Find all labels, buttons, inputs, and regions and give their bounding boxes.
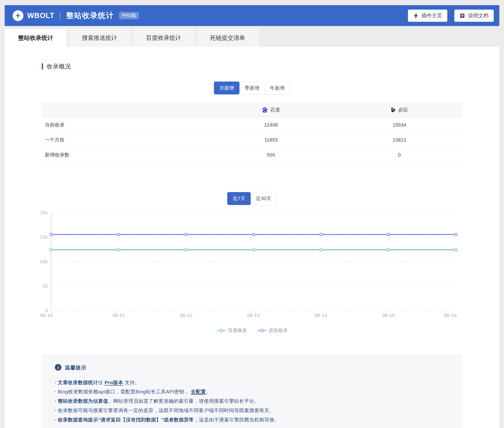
svg-text:du: du: [264, 110, 266, 112]
tips-item-4: ·收录数据查询提示“请求返回【没有找到数据】”或者数据异常，这是由于搜索引擎防爬…: [55, 415, 453, 425]
column-header-0: du 百度: [206, 102, 336, 117]
page: WBOLT 整站收录统计 PRO版 插件主页 说明文档: [5, 0, 499, 428]
svg-text:20k: 20k: [40, 210, 48, 215]
legend-marker-icon: [216, 329, 226, 332]
tips-link[interactable]: Pro版本: [105, 380, 123, 385]
docs-button[interactable]: 说明文档: [454, 10, 494, 22]
tab-bar: 整站收录统计搜索推送统计百度收录统计死链提交清单: [5, 29, 499, 47]
svg-text:06-11: 06-11: [112, 313, 125, 318]
section-header: 收录概况: [5, 47, 499, 70]
table-row: 一个月前1185315812: [41, 132, 463, 147]
period-toggle-row: 月新增季新增年新增: [5, 82, 499, 94]
range-toggle-0[interactable]: 近7天: [227, 192, 251, 205]
tab-1[interactable]: 搜索推送统计: [69, 29, 131, 47]
legend-item-0[interactable]: 百度收录: [216, 327, 247, 334]
summary-table: du 百度 必应 当前收录1240815534一个月前1185315812新增收…: [41, 102, 463, 163]
table-row: 当前收录1240815534: [41, 117, 463, 132]
baidu-icon: du: [262, 107, 268, 113]
page-title: 整站收录统计: [66, 10, 114, 21]
svg-text:5k: 5k: [43, 283, 48, 288]
column-header-1: 必应: [336, 102, 463, 117]
svg-text:i: i: [58, 365, 59, 370]
range-toggle-group: 近7天近30天: [227, 192, 276, 205]
tips-list: ·文章收录数据统计仅 Pro版本 支持。·Bing收录数据依赖api接口，需配置…: [55, 378, 453, 425]
plugin-home-button[interactable]: 插件主页: [408, 10, 447, 22]
tab-2[interactable]: 百度收录统计: [133, 29, 194, 47]
section-accent-bar: [42, 63, 43, 70]
legend-item-1[interactable]: 必应收录: [257, 327, 288, 334]
plug-icon: [413, 13, 419, 18]
svg-text:06-12: 06-12: [180, 313, 192, 318]
legend-marker-icon: [257, 329, 267, 332]
svg-text:06-15: 06-15: [382, 313, 395, 318]
chart-legend: 百度收录 必应收录: [5, 327, 499, 334]
main-content: 收录概况 月新增季新增年新增 du 百度 必应 当前收录1240815534一个…: [5, 47, 499, 428]
tips-item-3: ·收录数据可能与搜索引擎查询有一定的差异，这跟不同地域不同客户端不同时间等因素搜…: [55, 406, 453, 415]
svg-text:06-14: 06-14: [315, 313, 327, 318]
table-header-row: du 百度 必应: [41, 102, 463, 117]
bing-icon: [391, 107, 396, 113]
period-toggle-0[interactable]: 月新增: [214, 82, 240, 94]
tips-item-0: ·文章收录数据统计仅 Pro版本 支持。: [55, 378, 453, 387]
tab-0[interactable]: 整站收录统计: [5, 29, 66, 47]
period-toggle-1[interactable]: 季新增: [240, 82, 265, 94]
tips-item-2: ·整站收录数据为估算值。网站管理员如需了解更准确的索引量，请使用搜索引擎站长平台…: [55, 396, 453, 406]
period-toggle-2[interactable]: 年新增: [265, 82, 290, 94]
wbolt-logo-icon: [13, 10, 24, 21]
section-title: 收录概况: [47, 63, 71, 70]
header-divider: [60, 12, 60, 20]
period-toggle-group: 月新增季新增年新增: [214, 82, 290, 94]
svg-text:06-13: 06-13: [247, 313, 260, 318]
docs-label: 说明文档: [468, 12, 488, 19]
range-toggle-1[interactable]: 近30天: [251, 192, 276, 205]
tips-item-1: ·Bing收录数据依赖api接口，需配置Bing站长工具API密钥， 去配置。: [55, 387, 453, 396]
brand-name: WBOLT: [27, 11, 54, 20]
tips-panel: i 温馨提示 ·文章收录数据统计仅 Pro版本 支持。·Bing收录数据依赖ap…: [41, 355, 463, 428]
svg-text:15k: 15k: [40, 234, 48, 240]
document-icon: [460, 13, 465, 18]
range-toggle-row: 近7天近30天: [5, 192, 499, 205]
tab-3[interactable]: 死链提交清单: [197, 29, 258, 47]
app-header: WBOLT 整站收录统计 PRO版 插件主页 说明文档: [5, 5, 499, 26]
svg-text:06-10: 06-10: [40, 313, 53, 318]
svg-text:0: 0: [45, 308, 48, 313]
tips-title: 温馨提示: [65, 364, 86, 371]
index-trend-chart[interactable]: 05k10k15k20k06-1006-1106-1206-1306-1406-…: [5, 210, 499, 320]
svg-text:06-16: 06-16: [444, 313, 457, 318]
pro-badge: PRO版: [119, 12, 139, 19]
svg-text:10k: 10k: [40, 259, 48, 264]
table-row: 新增收录数5550: [41, 147, 463, 162]
plugin-home-label: 插件主页: [421, 12, 442, 19]
info-icon: i: [55, 364, 62, 372]
tips-link[interactable]: 去配置: [191, 389, 206, 394]
